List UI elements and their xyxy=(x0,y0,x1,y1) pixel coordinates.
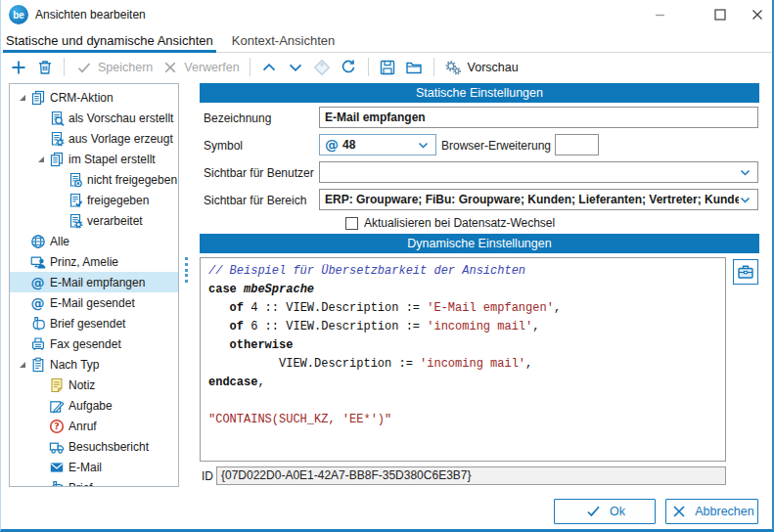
tree-item-15[interactable]: Aufgabe xyxy=(10,395,178,416)
trash-icon xyxy=(35,58,54,76)
preview-button[interactable]: Vorschau xyxy=(440,56,523,78)
dynamic-code-editor[interactable]: // Beispiel für Übersetzbarkeit der Ansi… xyxy=(200,257,726,462)
move-up-button[interactable] xyxy=(256,56,283,78)
tree-item-7[interactable]: Alle xyxy=(10,231,178,251)
symbol-value: 48 xyxy=(342,135,355,155)
ok-button[interactable]: Ok xyxy=(554,499,656,524)
preview-button-label: Vorschau xyxy=(468,61,519,74)
panel-splitter[interactable] xyxy=(185,257,189,283)
bezeichnung-input[interactable]: E-Mail empfangen xyxy=(319,107,758,128)
close-button[interactable] xyxy=(741,0,774,29)
tree-item-label: als Vorschau erstellt xyxy=(68,111,173,125)
refresh-button[interactable] xyxy=(336,56,362,78)
toolbar-separator xyxy=(368,58,369,76)
tree-item-14[interactable]: Notiz xyxy=(10,375,178,395)
check-icon xyxy=(74,58,93,76)
globe-icon xyxy=(29,234,46,249)
tree-item-13[interactable]: Nach Typ xyxy=(10,354,178,375)
symbol-dropdown[interactable]: @ 48 xyxy=(319,134,436,155)
floppy-disk-icon xyxy=(379,58,397,76)
expander-icon[interactable] xyxy=(16,357,29,373)
symbol-label: Symbol xyxy=(204,135,243,156)
fax-icon xyxy=(29,336,46,352)
code-toolbox-button[interactable] xyxy=(733,259,758,285)
tree-item-label: Nach Typ xyxy=(50,358,99,372)
truck-icon xyxy=(48,439,65,455)
tree-item-12[interactable]: Fax gesendet xyxy=(10,333,178,354)
note-icon xyxy=(48,377,65,393)
tree-item-8[interactable]: Prinz, Amelie xyxy=(10,251,178,272)
check-icon xyxy=(584,503,603,521)
sichtbar-benutzer-label: Sichtbar für Benutzer xyxy=(204,162,314,184)
cancel-button[interactable]: Abbrechen xyxy=(665,499,758,524)
minimize-button[interactable] xyxy=(640,0,681,29)
tree-item-17[interactable]: Besuchsbericht xyxy=(10,436,178,457)
toolbar-separator xyxy=(433,58,434,76)
delete-view-button[interactable] xyxy=(31,56,58,78)
discard-button[interactable]: Verwerfen xyxy=(157,56,243,78)
toolbar: Speichern Verwerfen Vorschau xyxy=(1,54,772,80)
tree-item-19[interactable]: Brief xyxy=(10,477,178,487)
code-line: // Beispiel für Übersetzbarkeit der Ansi… xyxy=(208,262,717,281)
tree-item-5[interactable]: freigegeben xyxy=(10,190,178,210)
mailbox-icon xyxy=(48,480,65,488)
code-line xyxy=(208,392,717,411)
tree-item-4[interactable]: nicht freigegeben xyxy=(10,169,178,190)
sichtbar-bereich-dropdown[interactable]: ERP: Groupware; FiBu: Groupware; Kunden;… xyxy=(319,189,758,210)
sichtbar-benutzer-dropdown[interactable] xyxy=(319,161,758,183)
tag-button[interactable] xyxy=(309,56,336,78)
import-button[interactable] xyxy=(401,56,428,78)
toolbar-separator xyxy=(250,58,250,76)
move-down-button[interactable] xyxy=(283,56,309,78)
tree-item-9[interactable]: @E-Mail empfangen xyxy=(10,272,178,292)
tree-item-label: Brief xyxy=(68,481,93,488)
tree-item-0[interactable]: CRM-Aktion xyxy=(10,87,178,108)
code-line: "CONTAINS(SUCH_KZ, 'EE*')" xyxy=(208,411,717,429)
chevron-down-icon xyxy=(739,194,752,206)
question-icon: ? xyxy=(48,419,65,434)
expander-icon[interactable] xyxy=(16,90,29,106)
maximize-icon xyxy=(711,6,730,24)
expander-icon[interactable] xyxy=(34,152,48,167)
tab-kontext-ansichten[interactable]: Kontext-Ansichten xyxy=(230,31,338,52)
titlebar[interactable]: be Ansichten bearbeiten xyxy=(1,0,772,29)
id-value-field: {07D022D0-A0E1-42A7-BB8F-35D380C6E3B7} xyxy=(216,466,726,485)
tree-item-3[interactable]: im Stapel erstellt xyxy=(10,149,178,169)
user-monitor-icon xyxy=(29,254,46,270)
tree-item-10[interactable]: @E-Mail gesendet xyxy=(10,292,178,313)
expander-spacer xyxy=(16,254,29,270)
browser-erweiterung-label: Browser-Erweiterung xyxy=(441,135,551,156)
expander-spacer xyxy=(16,234,29,249)
sichtbar-bereich-value: ERP: Groupware; FiBu: Groupware; Kunden;… xyxy=(325,190,739,209)
expander-spacer xyxy=(34,398,48,414)
add-view-button[interactable] xyxy=(5,56,31,78)
tree-item-18[interactable]: E-Mail xyxy=(10,457,178,477)
cross-icon xyxy=(669,503,688,521)
tree-item-1[interactable]: als Vorschau erstellt xyxy=(10,108,178,128)
save-button[interactable]: Speichern xyxy=(70,56,157,78)
tab-statische-und-dynamische-ansichten[interactable]: Statische und dynamische Ansichten xyxy=(4,31,215,52)
code-line: of 4 :: VIEW.Description := 'E-Mail empf… xyxy=(208,299,717,318)
tree-item-label: Aufgabe xyxy=(68,399,113,413)
tree-item-16[interactable]: ?Anruf xyxy=(10,416,178,436)
expander-spacer xyxy=(34,419,48,434)
bezeichnung-label: Bezeichnung xyxy=(204,108,271,129)
doc-cross-icon xyxy=(67,172,83,188)
discard-button-label: Verwerfen xyxy=(184,61,239,74)
tree-item-6[interactable]: verarbeitet xyxy=(10,210,178,231)
expander-spacer xyxy=(16,316,29,332)
docs-stack-icon xyxy=(29,90,46,106)
dialog-ansichten-bearbeiten: be Ansichten bearbeiten Statische und dy… xyxy=(0,0,774,532)
browser-erweiterung-input[interactable] xyxy=(555,134,599,155)
sichtbar-bereich-label: Sichtbar für Bereich xyxy=(204,190,306,211)
expander-spacer xyxy=(53,172,67,188)
tree-item-11[interactable]: Brief gesendet xyxy=(10,313,178,333)
export-button[interactable] xyxy=(375,56,401,78)
aktualisieren-checkbox[interactable] xyxy=(345,217,358,230)
envelope-icon xyxy=(48,460,65,475)
chevron-down-icon xyxy=(287,58,305,76)
view-tree: CRM-Aktionals Vorschau erstelltaus Vorla… xyxy=(9,83,179,487)
maximize-button[interactable] xyxy=(700,0,741,29)
expander-spacer xyxy=(53,193,67,208)
tree-item-2[interactable]: aus Vorlage erzeugt xyxy=(10,128,178,149)
